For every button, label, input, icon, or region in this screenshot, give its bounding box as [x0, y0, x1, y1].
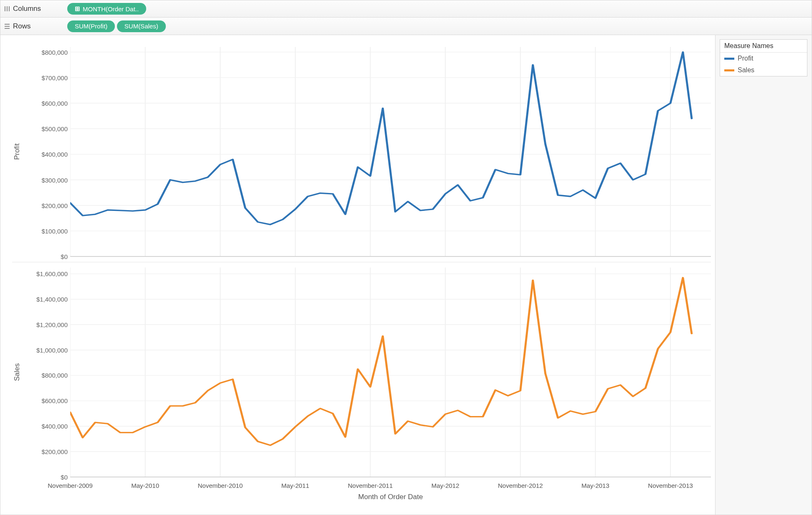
columns-pills: ⊞MONTH(Order Dat..: [67, 3, 146, 15]
rows-shelf[interactable]: Rows SUM(Profit) SUM(Sales): [0, 18, 812, 35]
legend-item-profit[interactable]: Profit: [720, 53, 807, 64]
x-tick-label: November-2010: [198, 482, 243, 489]
measure-names-legend[interactable]: Measure Names ProfitSales: [720, 39, 807, 76]
pill-label: MONTH(Order Dat..: [83, 5, 139, 13]
x-tick-label: November-2012: [498, 482, 543, 489]
y-tick-label: $100,000: [41, 227, 68, 234]
y-tick-label: $700,000: [41, 74, 68, 81]
legend-swatch: [724, 58, 734, 60]
x-tick-label: May-2011: [282, 482, 310, 489]
expand-icon: ⊞: [75, 5, 80, 13]
y-tick-label: $400,000: [41, 151, 68, 158]
legend-item-sales[interactable]: Sales: [720, 64, 807, 76]
legend-panel: Measure Names ProfitSales: [716, 35, 812, 515]
columns-label-text: Columns: [13, 5, 41, 13]
rows-label-text: Rows: [13, 22, 31, 30]
x-tick-label: May-2012: [431, 482, 459, 489]
y-tick-label: $600,000: [41, 397, 68, 404]
pill-month-order-dat-[interactable]: ⊞MONTH(Order Dat..: [67, 3, 146, 15]
sales-axis-title: Sales: [12, 263, 22, 482]
y-tick-label: $0: [61, 473, 68, 480]
sales-chart: Sales $0$200,000$400,000$600,000$800,000…: [12, 262, 711, 482]
pill-label: SUM(Sales): [124, 23, 158, 30]
rows-pills: SUM(Profit) SUM(Sales): [67, 20, 166, 32]
x-tick-label: November-2013: [648, 482, 693, 489]
x-tick-label: May-2010: [131, 482, 159, 489]
y-tick-label: $1,400,000: [36, 295, 68, 302]
x-tick-label: November-2009: [48, 482, 93, 489]
y-tick-label: $200,000: [41, 448, 68, 455]
profit-plot[interactable]: [70, 43, 711, 261]
profit-chart: Profit $0$100,000$200,000$300,000$400,00…: [12, 43, 711, 261]
columns-shelf[interactable]: Columns ⊞MONTH(Order Dat..: [0, 0, 812, 18]
y-tick-label: $300,000: [41, 176, 68, 183]
legend-label: Profit: [738, 55, 753, 62]
x-tick-label: November-2011: [348, 482, 393, 489]
x-axis-title: Month of Order Date: [70, 493, 711, 501]
pill-label: SUM(Profit): [75, 23, 107, 30]
y-tick-label: $200,000: [41, 202, 68, 209]
columns-shelf-label: Columns: [4, 5, 62, 13]
y-tick-label: $400,000: [41, 422, 68, 429]
rows-shelf-label: Rows: [4, 22, 62, 30]
pill-sum-profit-[interactable]: SUM(Profit): [67, 20, 115, 32]
y-tick-label: $500,000: [41, 125, 68, 132]
legend-title: Measure Names: [720, 40, 807, 53]
rows-icon: [4, 23, 10, 30]
chart-stack: Profit $0$100,000$200,000$300,000$400,00…: [12, 43, 711, 481]
y-tick-label: $1,000,000: [36, 346, 68, 353]
legend-label: Sales: [738, 66, 754, 74]
x-ticks: November-2009May-2010November-2010May-20…: [70, 481, 711, 493]
y-tick-label: $1,600,000: [36, 270, 68, 277]
y-tick-label: $1,200,000: [36, 321, 68, 328]
sales-plot[interactable]: [70, 263, 711, 482]
sales-y-ticks: $0$200,000$400,000$600,000$800,000$1,000…: [22, 263, 70, 482]
x-axis: November-2009May-2010November-2010May-20…: [12, 481, 711, 510]
pill-sum-sales-[interactable]: SUM(Sales): [117, 20, 166, 32]
profit-y-ticks: $0$100,000$200,000$300,000$400,000$500,0…: [22, 43, 70, 261]
x-tick-label: May-2013: [581, 482, 609, 489]
series-sales[interactable]: [70, 277, 692, 445]
y-tick-label: $800,000: [41, 372, 68, 379]
main-area: Profit $0$100,000$200,000$300,000$400,00…: [0, 35, 812, 515]
viz-area[interactable]: Profit $0$100,000$200,000$300,000$400,00…: [0, 35, 716, 515]
legend-swatch: [724, 69, 734, 71]
profit-axis-title: Profit: [12, 43, 22, 261]
y-tick-label: $600,000: [41, 100, 68, 107]
series-profit[interactable]: [70, 52, 692, 225]
y-tick-label: $0: [61, 253, 68, 260]
y-tick-label: $800,000: [41, 48, 68, 56]
columns-icon: [4, 5, 10, 12]
